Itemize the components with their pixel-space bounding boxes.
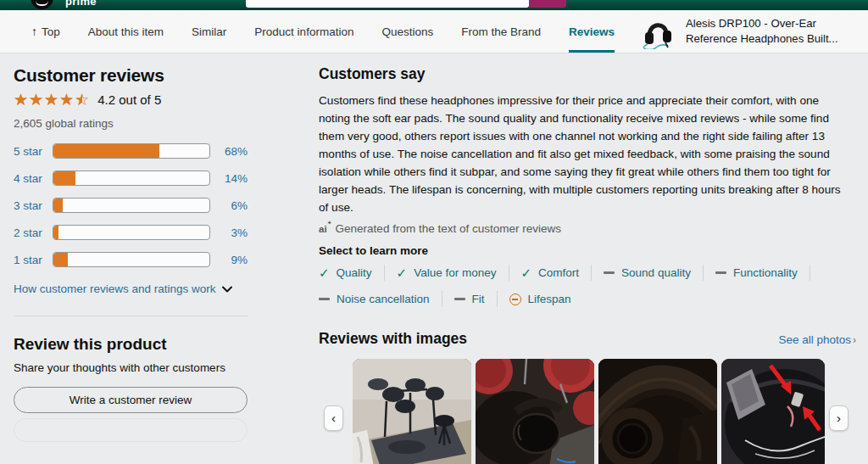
rating-text: 4.2 out of 5 <box>97 92 161 107</box>
review-image-headphones-on-drum[interactable] <box>476 359 594 464</box>
histogram-bar <box>53 252 210 267</box>
dash-icon <box>604 271 615 274</box>
carousel-next-button[interactable]: › <box>829 405 849 431</box>
aspect-label: Sound quality <box>621 265 691 281</box>
reviews-with-images-header: Reviews with images See all photos› <box>319 330 856 348</box>
site-header: prime <box>0 0 868 10</box>
dash-icon <box>319 298 330 300</box>
main-content: Customer reviews ☆☆☆☆☆ ★★★★★ 4.2 out of … <box>0 53 868 464</box>
average-rating-row: ☆☆☆☆☆ ★★★★★ 4.2 out of 5 <box>14 92 248 108</box>
aspect-chip-sound-quality[interactable]: Sound quality <box>604 265 704 281</box>
aspect-label: Comfort <box>538 265 579 281</box>
ai-attribution-text: Generated from the text of customer revi… <box>336 222 561 235</box>
histogram-row-2-star[interactable]: 2 star 3% <box>14 225 248 240</box>
see-all-photos-link[interactable]: See all photos› <box>778 333 856 346</box>
tab-label: About this item <box>88 25 164 38</box>
histogram-row-5-star[interactable]: 5 star 68% <box>14 143 248 159</box>
aspect-chip-fit[interactable]: Fit <box>454 291 498 307</box>
histogram-label: 4 star <box>14 172 53 185</box>
star-rating[interactable]: ☆☆☆☆☆ ★★★★★ <box>14 92 90 108</box>
histogram-percent: 68% <box>210 145 248 158</box>
check-icon: ✓ <box>397 266 408 279</box>
aspect-chip-noise-cancellation[interactable]: Noise cancellation <box>319 291 442 307</box>
histogram-percent: 3% <box>210 226 248 239</box>
share-thoughts-text: Share your thoughts with other customers <box>14 361 248 374</box>
tab-reviews[interactable]: Reviews <box>569 10 615 53</box>
product-summary[interactable]: Alesis DRP100 - Over-Ear Reference Headp… <box>637 10 860 53</box>
aspect-chip-quality[interactable]: ✓ Quality <box>319 265 385 281</box>
star-fill-icons: ★★★★★ <box>14 92 82 108</box>
sparkle-icon: ✦ <box>327 220 332 226</box>
aspect-chip-functionality[interactable]: Functionality <box>715 265 810 281</box>
tab-label: Top <box>42 25 60 38</box>
tab-about-this-item[interactable]: About this item <box>88 10 164 53</box>
dash-icon <box>454 298 465 300</box>
histogram-bar-fill <box>53 253 68 266</box>
histogram-percent: 9% <box>210 254 248 266</box>
histogram-bar-fill <box>53 198 63 212</box>
ratings-histogram: 5 star 68% 4 star 14% 3 star 6% 2 star <box>14 143 248 267</box>
drum-kit-room-photo <box>353 359 471 464</box>
ai-attribution-row: ai✦ Generated from the text of customer … <box>319 222 856 235</box>
headphones-thumbnail-icon <box>637 14 678 49</box>
reviews-with-images-title: Reviews with images <box>319 330 467 348</box>
aspect-label: Noise cancellation <box>337 291 430 307</box>
histogram-row-4-star[interactable]: 4 star 14% <box>14 171 248 186</box>
aspect-chip-lifespan[interactable]: Lifespan <box>509 291 583 307</box>
tab-label: Product information <box>254 25 353 38</box>
tab-from-the-brand[interactable]: From the Brand <box>461 10 541 53</box>
review-this-product-title: Review this product <box>14 335 248 354</box>
product-title-line1: Alesis DRP100 - Over-Ear <box>686 16 838 31</box>
aspect-chip-comfort[interactable]: ✓ Comfort <box>521 265 593 281</box>
aspect-label: Functionality <box>733 265 798 281</box>
search-input[interactable] <box>246 0 529 8</box>
amazon-logo-icon[interactable] <box>31 0 53 9</box>
aspect-chips: ✓ Quality ✓ Value for money ✓ Comfort So… <box>319 265 853 307</box>
tab-label: From the Brand <box>461 25 541 38</box>
histogram-bar-fill <box>53 171 75 185</box>
histogram-row-3-star[interactable]: 3 star 6% <box>14 198 248 213</box>
aspect-chip-value-for-money[interactable]: ✓ Value for money <box>397 265 509 281</box>
histogram-label: 2 star <box>14 226 53 239</box>
tab-similar[interactable]: Similar <box>192 10 226 53</box>
aspect-label: Quality <box>337 265 372 281</box>
global-ratings-count: 2,605 global ratings <box>14 117 248 130</box>
tab-questions[interactable]: Questions <box>381 10 433 53</box>
tab-top[interactable]: ↑ Top <box>31 10 60 53</box>
histogram-bar <box>53 225 210 240</box>
product-title: Alesis DRP100 - Over-Ear Reference Headp… <box>686 16 838 48</box>
aspect-label: Lifespan <box>528 291 571 307</box>
how-ratings-work-link[interactable]: How customer reviews and ratings work <box>14 282 248 295</box>
histogram-bar-fill <box>53 226 58 239</box>
histogram-bar-fill <box>53 144 159 158</box>
tabs: ↑ Top About this item Similar Product in… <box>31 10 615 53</box>
review-image-case-wiring[interactable] <box>721 359 825 464</box>
ai-icon: ai✦ <box>319 224 331 234</box>
write-review-button[interactable]: Write a customer review <box>14 387 248 413</box>
histogram-row-1-star[interactable]: 1 star 9% <box>14 252 248 267</box>
how-ratings-work-label: How customer reviews and ratings work <box>14 282 216 295</box>
aspect-label: Value for money <box>414 265 496 281</box>
dash-icon <box>715 271 726 274</box>
faint-button-outline <box>14 418 248 442</box>
tab-product-information[interactable]: Product information <box>254 10 353 53</box>
reviews-summary-column: Customer reviews ☆☆☆☆☆ ★★★★★ 4.2 out of … <box>14 65 248 464</box>
review-image-drum-kit[interactable] <box>353 359 471 464</box>
review-image-headband-closeup[interactable] <box>598 359 717 464</box>
tab-label: Questions <box>381 25 433 38</box>
carousel-prev-button[interactable]: ‹ <box>324 405 343 431</box>
arrow-up-icon: ↑ <box>31 25 37 38</box>
review-images-carousel: ‹ › <box>319 359 856 464</box>
histogram-percent: 14% <box>210 172 248 185</box>
customers-say-column: Customers say Customers find these headp… <box>319 65 856 464</box>
amazon-product-reviews-page: prime ↑ Top About this item Similar Prod… <box>0 0 868 464</box>
tab-label: Similar <box>192 25 226 38</box>
product-title-line2: Reference Headphones Built... <box>686 31 838 47</box>
search-button[interactable] <box>529 0 566 8</box>
check-icon: ✓ <box>521 266 532 279</box>
case-wiring-red-arrows-photo <box>721 359 825 464</box>
aspect-label: Fit <box>472 291 485 307</box>
prime-logo[interactable]: prime <box>65 0 97 8</box>
chevron-right-icon: › <box>853 334 856 346</box>
image-strip <box>353 359 825 464</box>
